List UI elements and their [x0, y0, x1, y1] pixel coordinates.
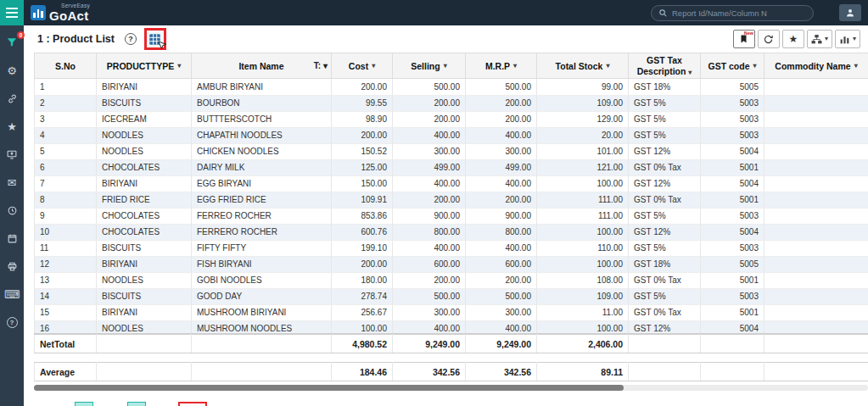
export-annotation-box: [144, 28, 166, 50]
cell-mrp: 200.00: [466, 111, 537, 127]
horizontal-scrollbar[interactable]: [34, 385, 868, 391]
cell-total_stock: 99.00: [537, 79, 629, 95]
bookmark-new-button[interactable]: New: [733, 30, 755, 48]
cell-producttype: [97, 335, 192, 353]
report-search[interactable]: [651, 5, 814, 21]
report-help-icon[interactable]: ?: [125, 33, 137, 45]
cell-item_name: DAIRY MILK: [192, 159, 332, 175]
column-header-commodity[interactable]: Commodity Name▾: [764, 53, 868, 79]
cell-gst_tax: GST 18%: [629, 79, 701, 95]
table-row[interactable]: 2BISCUITSBOURBON99.55200.00200.00109.00G…: [35, 95, 868, 111]
column-header-producttype[interactable]: PRODUCTTYPE▾: [97, 53, 192, 79]
hamburger-menu-icon[interactable]: [0, 0, 24, 25]
cell-cost: 180.00: [332, 272, 393, 288]
table-row[interactable]: 8FRIED RICEEGG FRIED RICE109.91200.00200…: [35, 192, 868, 208]
table-row[interactable]: 16NOODLESMUSHROOM NOODLES100.00400.00400…: [35, 320, 868, 334]
cell-total_stock: 100.00: [537, 175, 629, 192]
cell-gst_tax: GST 5%: [629, 127, 701, 143]
cutoff-button[interactable]: [127, 402, 146, 406]
favorite-star-button[interactable]: ★: [782, 30, 804, 48]
keyboard-icon[interactable]: ⌨: [4, 287, 20, 301]
cell-producttype: NOODLES: [97, 272, 192, 288]
cell-total_stock: 2,406.00: [537, 335, 629, 353]
column-header-cost[interactable]: Cost▾: [332, 53, 393, 79]
app-logo[interactable]: ServeEasy GoAct: [31, 3, 90, 22]
cell-gst_tax: GST 0% Tax: [629, 159, 701, 175]
cell-cost: 600.76: [332, 224, 393, 240]
screen-share-icon[interactable]: [4, 147, 20, 161]
search-input[interactable]: [672, 8, 806, 18]
cell-cost: 125.00: [332, 159, 393, 175]
table-row[interactable]: 14BISCUITSGOOD DAY278.74500.00500.00109.…: [35, 288, 868, 304]
cell-sno: 16: [35, 320, 97, 334]
help-icon[interactable]: ?: [4, 315, 20, 329]
favorites-star-icon[interactable]: ★: [4, 120, 20, 133]
cell-gst_tax: GST 5%: [629, 208, 701, 224]
table-row[interactable]: 13NOODLESGOBI NOODLES180.00200.00200.001…: [35, 272, 868, 288]
filter-icon[interactable]: 0: [4, 36, 20, 49]
cell-producttype: CHOCOLATES: [97, 159, 192, 175]
cell-commodity: [764, 224, 868, 240]
cell-selling: 342.56: [393, 363, 466, 381]
mail-icon[interactable]: ✉: [4, 175, 20, 189]
cell-mrp: 400.00: [466, 240, 537, 256]
calendar-icon[interactable]: [4, 231, 20, 245]
table-row[interactable]: 4NOODLESCHAPATHI NOODLES200.00400.00400.…: [35, 127, 868, 143]
cell-gst_tax: GST 5%: [629, 111, 701, 127]
cell-total_stock: 101.00: [537, 143, 629, 159]
table-row[interactable]: 11BISCUITSFIFTY FIFTY199.10400.00400.001…: [35, 240, 868, 256]
table-row[interactable]: 3ICECREAMBUTTTERSCOTCH98.90200.00200.001…: [35, 111, 868, 127]
column-header-gst_code[interactable]: GST code▾: [701, 53, 764, 79]
cell-gst_tax: GST 12%: [629, 143, 701, 159]
printer-icon[interactable]: [4, 259, 20, 273]
settings-gear-icon[interactable]: ⚙: [4, 64, 20, 77]
cell-gst_tax: [629, 363, 701, 381]
cutoff-button[interactable]: [75, 402, 93, 406]
scrollbar-thumb[interactable]: [34, 385, 624, 391]
cell-producttype: [97, 363, 192, 381]
cell-selling: 400.00: [393, 320, 466, 334]
table-row[interactable]: 9CHOCOLATESFERREO ROCHER853.86900.00900.…: [35, 208, 868, 224]
column-header-selling[interactable]: Selling▾: [393, 53, 466, 79]
cell-total_stock: 89.11: [537, 363, 629, 381]
cell-selling: 9,249.00: [393, 335, 466, 353]
search-icon: [658, 8, 668, 18]
table-row[interactable]: 5NOODLESCHICKEN NOODLES150.52300.00300.0…: [35, 143, 868, 159]
refresh-button[interactable]: [758, 30, 780, 48]
cell-producttype: BIRIYANI: [97, 79, 192, 95]
cell-sno: 9: [35, 208, 97, 224]
user-profile-button[interactable]: [839, 4, 861, 21]
cell-mrp: 9,249.00: [466, 335, 537, 353]
table-row[interactable]: 10CHOCOLATESFERRERO ROCHER600.76800.0080…: [35, 224, 868, 240]
table-row[interactable]: 15BIRIYANIMUSHROOM BIRIYANI256.67300.003…: [35, 304, 868, 320]
table-row[interactable]: 1BIRIYANIAMBUR BIRYANI200.00500.00500.00…: [35, 79, 868, 95]
column-header-item_name[interactable]: Item NameT: ▾: [192, 53, 332, 79]
cell-selling: 200.00: [393, 95, 466, 111]
cell-item_name: MUSHROOM BIRIYANI: [192, 304, 332, 320]
cell-sno: 5: [35, 143, 97, 159]
cell-item_name: EGG BIRYANI: [192, 175, 332, 192]
cell-commodity: [764, 320, 868, 334]
column-header-mrp[interactable]: M.R.P▾: [466, 53, 537, 79]
column-header-gst_tax[interactable]: GST TaxDescription ▾: [629, 53, 701, 79]
cell-mrp: 200.00: [466, 272, 537, 288]
cell-commodity: [764, 159, 868, 175]
cell-sno: 8: [35, 192, 97, 208]
table-row[interactable]: 7BIRIYANIEGG BIRYANI150.00400.00400.0010…: [35, 175, 868, 192]
table-body-viewport[interactable]: 1BIRIYANIAMBUR BIRYANI200.00500.00500.00…: [34, 79, 868, 334]
chart-view-button[interactable]: ▾: [835, 30, 860, 48]
cutoff-annotation: [178, 402, 207, 406]
chevron-down-icon: ▾: [853, 36, 856, 42]
column-header-sno[interactable]: S.No: [35, 53, 97, 79]
history-clock-icon[interactable]: [4, 203, 20, 217]
hierarchy-view-button[interactable]: ▾: [807, 30, 832, 48]
table-row[interactable]: 6CHOCOLATESDAIRY MILK125.00499.00499.001…: [35, 159, 868, 175]
cell-cost: 199.10: [332, 240, 393, 256]
cell-producttype: CHOCOLATES: [97, 224, 192, 240]
cell-total_stock: 129.00: [537, 111, 629, 127]
column-header-total_stock[interactable]: Total Stock▾: [537, 53, 629, 79]
table-row[interactable]: 12BIRIYANIFISH BIRYANI200.00600.00600.00…: [35, 256, 868, 272]
cell-gst_tax: GST 5%: [629, 240, 701, 256]
link-icon[interactable]: [4, 92, 20, 105]
cell-gst_tax: GST 0% Tax: [629, 272, 701, 288]
